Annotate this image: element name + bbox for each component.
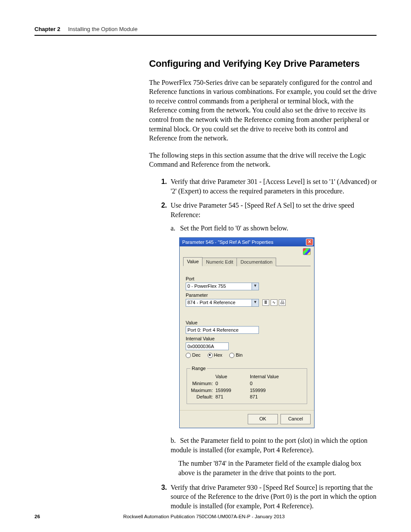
list-icon[interactable]: ≣ [262, 299, 269, 306]
radio-bin[interactable]: Bin [229, 352, 243, 358]
intro-paragraph-2: The following steps in this section assu… [149, 151, 377, 169]
parameter-combobox[interactable]: 874 - Port 4 Reference ▼ [186, 299, 259, 307]
range-min-value: 0 [215, 380, 250, 387]
port-combobox[interactable]: 0 - PowerFlex 755 ▼ [186, 283, 259, 290]
chapter-label: Chapter 2 [34, 26, 60, 32]
step-2a-text: Set the Port field to '0' as shown below… [180, 224, 288, 232]
tab-numeric-edit[interactable]: Numeric Edit [202, 258, 237, 266]
step-2b: b. Set the Parameter field to point to t… [171, 436, 377, 454]
port-value: 0 - PowerFlex 755 [187, 283, 226, 289]
procedure-list: Verify that drive Parameter 301 - [Acces… [158, 177, 377, 510]
step-2a-marker: a. [171, 224, 178, 233]
radio-hex[interactable]: Hex [208, 352, 223, 358]
range-default-label: Default: [190, 394, 215, 400]
tree-icon[interactable]: 品 [279, 299, 286, 306]
parameter-label: Parameter [186, 292, 308, 299]
internal-value-label: Internal Value [186, 336, 308, 342]
step-2b-note: The number '874' in the Parameter field … [178, 459, 377, 477]
radio-dec[interactable]: Dec [186, 352, 201, 358]
step-2b-marker: b. [171, 436, 178, 445]
chapter-title: Installing the Option Module [68, 26, 137, 32]
step-2-text: Use drive Parameter 545 - [Speed Ref A S… [171, 202, 354, 218]
step-2: Use drive Parameter 545 - [Speed Ref A S… [169, 201, 377, 477]
range-col-value: Value [215, 373, 250, 380]
chevron-down-icon[interactable]: ▼ [252, 283, 258, 290]
dialog-title-text: Parameter 545 - "Spd Ref A Sel" Properti… [182, 238, 273, 246]
tab-value[interactable]: Value [183, 257, 202, 266]
tab-documentation[interactable]: Documentation [237, 258, 276, 266]
publication-info: Rockwell Automation Publication 750COM-U… [40, 514, 368, 519]
step-1-text: Verify that drive Parameter 301 - [Acces… [171, 178, 377, 195]
range-col-internal: Internal Value [250, 373, 284, 380]
port-label: Port [186, 276, 308, 282]
palette-icon[interactable] [303, 248, 311, 255]
properties-dialog: Parameter 545 - "Spd Ref A Sel" Properti… [179, 237, 314, 428]
value-field-text: Port 0: Port 4 Reference [187, 327, 239, 333]
radix-group: Dec Hex Bin [186, 352, 308, 358]
range-max-label: Maximum: [190, 387, 215, 394]
dialog-tabs: Value Numeric Edit Documentation [183, 257, 311, 266]
page-footer: 26 Rockwell Automation Publication 750CO… [34, 514, 377, 519]
value-field: Port 0: Port 4 Reference [186, 326, 259, 334]
parameter-value: 874 - Port 4 Reference [187, 299, 235, 306]
page-header: Chapter 2 Installing the Option Module [34, 26, 377, 36]
range-legend: Range [190, 365, 207, 372]
step-2a: a. Set the Port field to '0' as shown be… [171, 224, 377, 233]
intro-paragraph-1: The PowerFlex 750-Series drive can be se… [149, 78, 377, 143]
dialog-figure: Parameter 545 - "Spd Ref A Sel" Properti… [179, 237, 377, 428]
range-max-internal: 159999 [250, 387, 284, 394]
step-3: Verify that drive Parameter 930 - [Speed… [169, 483, 377, 511]
page-number: 26 [34, 514, 40, 519]
main-content: Configuring and Verifying Key Drive Para… [149, 57, 377, 510]
ok-button[interactable]: OK [248, 414, 278, 424]
range-min-internal: 0 [250, 380, 284, 387]
step-3-text: Verify that drive Parameter 930 - [Speed… [171, 484, 377, 510]
range-group: Range Value Internal Value Minimum: 0 0 [187, 365, 307, 404]
range-max-value: 159999 [215, 387, 250, 394]
dialog-titlebar: Parameter 545 - "Spd Ref A Sel" Properti… [180, 238, 314, 246]
chevron-down-icon[interactable]: ▼ [252, 299, 258, 306]
value-label: Value [186, 320, 308, 326]
dialog-button-row: OK Cancel [180, 410, 314, 428]
close-icon[interactable]: × [306, 239, 313, 246]
range-min-label: Minimum: [190, 380, 215, 387]
range-default-internal: 871 [250, 394, 284, 400]
cancel-button[interactable]: Cancel [280, 414, 311, 424]
section-heading: Configuring and Verifying Key Drive Para… [149, 57, 377, 70]
step-1: Verify that drive Parameter 301 - [Acces… [169, 177, 377, 196]
internal-value-text: 0x0000036A [187, 343, 214, 350]
internal-value-field[interactable]: 0x0000036A [186, 342, 229, 350]
edit-icon[interactable]: ∿ [271, 299, 277, 306]
range-default-value: 871 [215, 394, 250, 400]
step-2b-text: Set the Parameter field to point to the … [171, 437, 367, 454]
